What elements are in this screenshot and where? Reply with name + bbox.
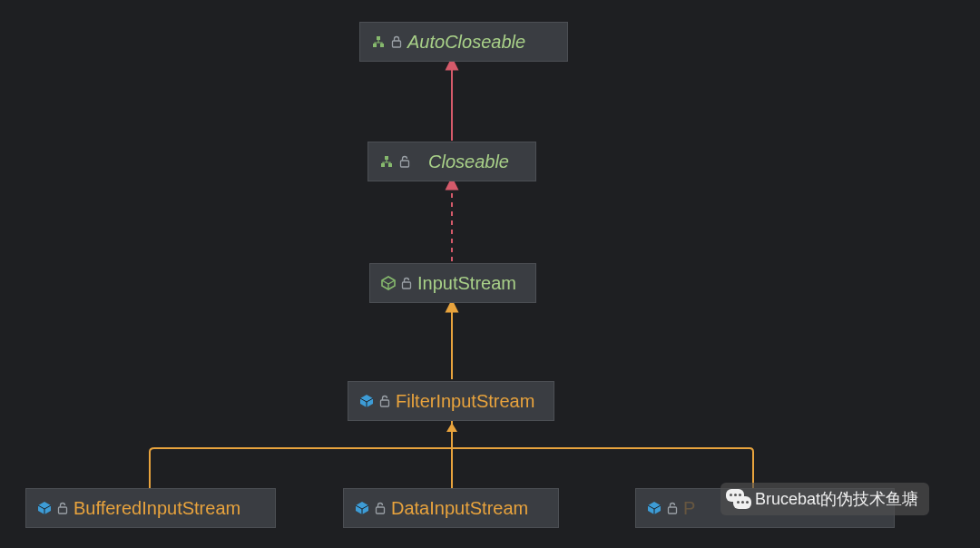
svg-rect-0	[377, 36, 380, 40]
node-label: FilterInputStream	[396, 391, 534, 412]
svg-rect-11	[377, 507, 385, 514]
svg-rect-5	[381, 163, 385, 167]
svg-rect-6	[388, 163, 392, 167]
node-datainputstream[interactable]: DataInputStream	[343, 488, 559, 528]
svg-rect-9	[381, 400, 389, 406]
svg-rect-8	[403, 282, 411, 289]
svg-rect-10	[59, 507, 67, 514]
interface-icon	[371, 34, 386, 49]
branch-bus	[150, 448, 753, 452]
class-icon	[37, 501, 52, 515]
lock-open-icon	[379, 395, 390, 407]
svg-rect-12	[669, 507, 677, 514]
node-label: InputStream	[417, 273, 516, 294]
node-closeable[interactable]: Closeable	[368, 142, 536, 181]
node-label: Closeable	[428, 152, 509, 172]
watermark-text: Brucebat的伪技术鱼塘	[755, 488, 918, 510]
abstract-class-icon	[381, 276, 396, 290]
wechat-icon	[726, 489, 751, 509]
svg-rect-3	[393, 41, 401, 47]
node-bufferedinputstream[interactable]: BufferedInputStream	[25, 488, 276, 528]
watermark-overlay: Brucebat的伪技术鱼塘	[720, 483, 929, 515]
lock-open-icon	[57, 502, 68, 514]
node-label: BufferedInputStream	[74, 498, 240, 519]
node-label: AutoCloseable	[407, 32, 525, 53]
diagram-canvas: AutoCloseable Closeable InputStream Filt…	[0, 0, 980, 548]
node-label: DataInputStream	[391, 498, 528, 519]
class-icon	[647, 501, 662, 515]
node-autocloseable[interactable]: AutoCloseable	[359, 22, 568, 62]
lock-open-icon	[667, 502, 678, 514]
lock-open-icon	[401, 277, 412, 289]
class-icon	[355, 501, 369, 515]
branch-arrow-icon	[446, 423, 457, 432]
lock-open-icon	[399, 155, 410, 168]
svg-rect-2	[380, 44, 384, 47]
node-label: P	[683, 498, 695, 519]
node-filterinputstream[interactable]: FilterInputStream	[348, 381, 554, 421]
svg-rect-1	[373, 44, 377, 47]
node-inputstream[interactable]: InputStream	[369, 263, 536, 303]
svg-rect-7	[401, 161, 409, 167]
lock-closed-icon	[391, 35, 402, 48]
svg-rect-4	[385, 156, 388, 160]
class-icon	[359, 394, 374, 408]
interface-icon	[379, 154, 394, 169]
lock-open-icon	[375, 502, 386, 514]
